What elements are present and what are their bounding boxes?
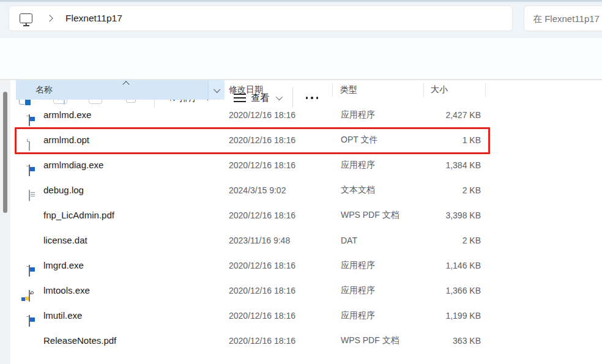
file-size: 3,398 KB <box>395 202 481 228</box>
file-size: 2 KB <box>395 177 481 202</box>
file-name: license.dat <box>43 228 87 253</box>
file-type: WPS PDF 文档 <box>341 328 399 353</box>
column-header-type-label: 类型 <box>340 84 357 95</box>
file-name: debug.log <box>43 177 84 202</box>
file-date: 2020/12/16 18:16 <box>229 303 295 328</box>
file-row[interactable]: debug.log2024/3/15 9:02文本文档2 KB <box>16 177 602 202</box>
file-row[interactable]: armlmd.opt2020/12/16 18:16OPT 文件1 KB <box>16 127 602 152</box>
file-type: 应用程序 <box>341 303 375 328</box>
file-date: 2024/3/15 9:02 <box>229 177 286 202</box>
column-header-row: 名称 修改日期 类型 大小 <box>0 80 602 99</box>
file-size: 1,384 KB <box>395 152 481 177</box>
file-type: 应用程序 <box>341 152 375 177</box>
column-header-date[interactable]: 修改日期 <box>229 80 263 100</box>
file-type: 应用程序 <box>341 278 375 303</box>
breadcrumb-chevron-icon[interactable] <box>46 15 53 21</box>
window-top-edge <box>0 0 602 2</box>
file-date: 2020/12/16 18:16 <box>229 127 295 152</box>
file-name: lmutil.exe <box>43 303 82 328</box>
app-icon <box>29 315 30 327</box>
file-size: 363 KB <box>395 328 481 353</box>
file-list: armlmd.exe2020/12/16 18:16应用程序2,427 KBar… <box>16 102 602 353</box>
file-date: 2020/12/16 18:16 <box>229 202 295 228</box>
column-header-date-label: 修改日期 <box>229 84 263 95</box>
command-toolbar: A ↑↓ 排序 查看 <box>0 38 602 80</box>
chevron-down-icon <box>214 86 220 93</box>
file-date: 2020/12/16 18:16 <box>229 278 295 303</box>
vertical-scrollbar-thumb[interactable] <box>3 92 7 213</box>
file-date: 2020/12/16 18:16 <box>229 253 295 278</box>
file-type: 应用程序 <box>341 253 375 278</box>
file-size: 1 KB <box>395 127 481 152</box>
file-row[interactable]: fnp_LicAdmin.pdf2020/12/16 18:16WPS PDF … <box>16 202 602 228</box>
file-type: OPT 文件 <box>341 127 377 152</box>
breadcrumb-location[interactable]: Flexnet11p17 <box>65 13 122 24</box>
file-type: WPS PDF 文档 <box>341 202 399 228</box>
file-name: fnp_LicAdmin.pdf <box>43 202 114 228</box>
app-icon <box>29 165 30 176</box>
sort-ascending-icon <box>122 81 129 87</box>
file-size: 1,199 KB <box>395 303 481 328</box>
column-header-name[interactable]: 名称 <box>16 80 225 100</box>
name-column-filter-button[interactable] <box>208 80 225 100</box>
file-name: lmgrd.exe <box>43 253 84 278</box>
file-size: 1,146 KB <box>395 253 481 278</box>
column-header-type[interactable]: 类型 <box>340 80 357 100</box>
column-divider[interactable] <box>332 83 333 97</box>
column-header-size[interactable]: 大小 <box>431 80 448 100</box>
file-type: 应用程序 <box>341 102 375 127</box>
blank-file-icon <box>29 139 30 151</box>
search-box[interactable] <box>524 6 602 31</box>
column-header-size-label: 大小 <box>431 84 448 95</box>
file-name: armlmdiag.exe <box>43 152 103 177</box>
file-name: lmtools.exe <box>43 278 90 303</box>
vertical-scrollbar-track[interactable] <box>0 80 10 364</box>
file-date: 2020/12/16 18:16 <box>229 328 295 353</box>
app-icon <box>29 265 30 277</box>
column-header-name-label: 名称 <box>35 84 53 95</box>
file-row[interactable]: armlmdiag.exe2020/12/16 18:16应用程序1,384 K… <box>16 152 602 177</box>
column-divider[interactable] <box>485 83 486 97</box>
tools-app-icon <box>29 290 30 302</box>
search-input[interactable] <box>524 13 602 24</box>
file-size: 2 KB <box>395 228 481 253</box>
file-type: 文本文档 <box>341 177 375 202</box>
file-row[interactable]: ReleaseNotes.pdf2020/12/16 18:16WPS PDF … <box>16 328 602 353</box>
file-row[interactable]: license.dat2023/11/16 9:48DAT2 KB <box>16 228 602 253</box>
file-type: DAT <box>341 228 357 253</box>
file-name: armlmd.opt <box>43 127 89 152</box>
file-date: 2020/12/16 18:16 <box>229 102 295 127</box>
file-row[interactable]: armlmd.exe2020/12/16 18:16应用程序2,427 KB <box>16 102 602 127</box>
file-name: ReleaseNotes.pdf <box>43 328 116 353</box>
file-size: 1,366 KB <box>395 278 481 303</box>
file-row[interactable]: lmgrd.exe2020/12/16 18:16应用程序1,146 KB <box>16 253 602 278</box>
app-icon <box>29 114 30 126</box>
file-explorer-window: Flexnet11p17 A ↑↓ 排序 <box>0 0 602 364</box>
address-bar[interactable]: Flexnet11p17 <box>9 6 513 31</box>
file-row[interactable]: lmutil.exe2020/12/16 18:16应用程序1,199 KB <box>16 303 602 328</box>
column-divider[interactable] <box>423 83 424 97</box>
text-doc-icon <box>29 190 30 201</box>
file-size: 2,427 KB <box>395 102 481 127</box>
file-date: 2020/12/16 18:16 <box>229 152 295 177</box>
this-pc-icon[interactable] <box>20 13 32 23</box>
file-row[interactable]: lmtools.exe2020/12/16 18:16应用程序1,366 KB <box>16 278 602 303</box>
file-date: 2023/11/16 9:48 <box>229 228 290 253</box>
file-name: armlmd.exe <box>43 102 91 127</box>
